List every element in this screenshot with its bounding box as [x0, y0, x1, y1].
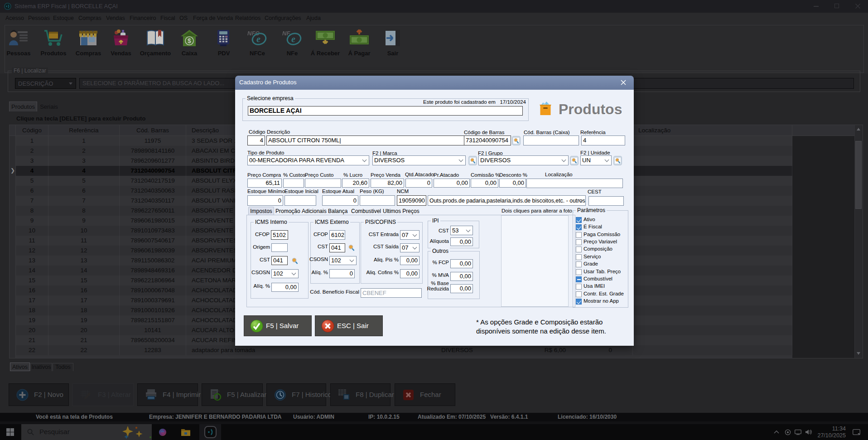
svg-text:e: e	[291, 34, 295, 44]
svg-text:e: e	[256, 34, 260, 44]
svg-text:$: $	[188, 37, 191, 44]
